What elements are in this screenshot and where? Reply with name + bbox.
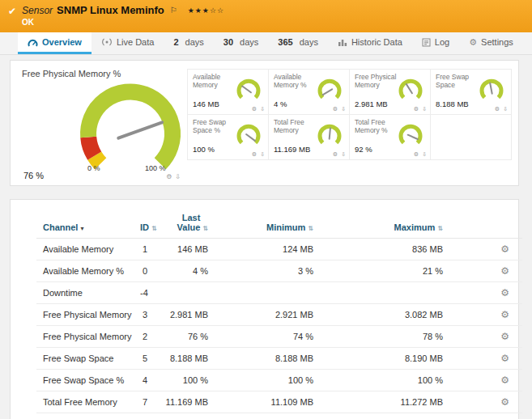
channel-maximum: 836 MB — [320, 239, 449, 260]
channel-maximum: 11.272 MB — [320, 391, 449, 413]
gauge-cell-total-free-memory: Total Free Memory 11.169 MB ⚙⇩ — [269, 115, 350, 160]
channel-minimum: 100 % — [215, 370, 320, 391]
tab-settings[interactable]: ⚙ Settings — [459, 32, 523, 54]
gauge-dial — [313, 120, 346, 149]
sort-arrows-icon: ⇅ — [202, 225, 208, 232]
gauge-dial — [394, 74, 427, 104]
gear-icon[interactable]: ⚙ — [495, 106, 500, 112]
channel-name[interactable]: Downtime — [36, 282, 134, 304]
tab-2-days[interactable]: 2days — [164, 32, 213, 54]
column-header-last-value[interactable]: Last Value⇅ — [154, 208, 215, 239]
channel-edit-gear-icon[interactable]: ⚙ — [500, 396, 509, 408]
channel-id: 5 — [134, 348, 154, 370]
object-kind-label: Sensor — [22, 5, 53, 16]
channel-name[interactable]: Total Free Memory % — [36, 413, 134, 419]
gear-icon[interactable]: ⚙ — [166, 173, 172, 180]
tab-label: Live Data — [117, 37, 154, 47]
channel-id: -4 — [134, 282, 154, 304]
column-header-minimum[interactable]: Minimum⇅ — [215, 208, 320, 239]
tab-365-days[interactable]: 365days — [268, 32, 328, 54]
sort-arrows-icon: ⇅ — [437, 225, 443, 232]
tab-30-days[interactable]: 30days — [214, 32, 269, 54]
arrow-down-icon[interactable]: ⇩ — [503, 106, 508, 112]
sensor-title-block: Sensor SNMP Linux Meminfo ⚐ ★★★☆☆ OK — [22, 4, 224, 27]
channel-last-value: 11.169 MB — [154, 391, 215, 413]
primary-gauge-value: 76 % — [23, 171, 44, 180]
channel-name[interactable]: Free Physical Memory — [36, 304, 134, 326]
tab-live-data[interactable]: Live Data — [92, 32, 164, 54]
channel-settings-cell: ⚙ — [449, 391, 522, 413]
gear-icon[interactable]: ⚙ — [333, 106, 338, 112]
gauge-dial — [394, 120, 427, 149]
tab-label: Historic Data — [351, 37, 402, 47]
channel-id: 7 — [134, 391, 154, 413]
channel-minimum: 92 % — [215, 413, 320, 419]
channel-edit-gear-icon[interactable]: ⚙ — [500, 375, 509, 386]
tab-log[interactable]: Log — [412, 32, 459, 54]
channel-settings-cell: ⚙ — [449, 326, 522, 348]
column-label: Channel — [43, 222, 78, 232]
column-header-id[interactable]: ID⇅ — [134, 208, 154, 239]
channel-name[interactable]: Total Free Memory — [36, 391, 134, 413]
channel-name[interactable]: Available Memory — [36, 239, 134, 260]
gauge-cell-empty — [431, 115, 512, 160]
channel-last-value: 146 MB — [154, 239, 215, 260]
priority-stars[interactable]: ★★★☆☆ — [188, 6, 224, 15]
gauge-icon — [28, 38, 38, 47]
table-row: Free Physical Memory32.981 MB2.921 MB3.0… — [36, 304, 522, 326]
gauge-cell-free-swap-space: Free Swap Space 8.188 MB ⚙⇩ — [431, 70, 512, 115]
channel-id: 3 — [134, 304, 154, 326]
tab-label: days — [240, 37, 258, 47]
table-row: Total Free Memory %692 %92 %93 %⚙ — [36, 413, 522, 419]
channel-settings-cell: ⚙ — [449, 304, 522, 326]
channel-minimum: 8.188 MB — [215, 348, 320, 370]
channel-id: 0 — [134, 260, 154, 282]
gear-icon[interactable]: ⚙ — [252, 151, 257, 158]
channel-edit-gear-icon[interactable]: ⚙ — [500, 331, 509, 342]
arrow-down-icon[interactable]: ⇩ — [260, 106, 265, 112]
column-header-channel[interactable]: Channel▾ — [36, 208, 134, 239]
arrow-down-icon[interactable]: ⇩ — [422, 106, 427, 112]
channel-edit-gear-icon[interactable]: ⚙ — [500, 243, 509, 255]
table-row: Total Free Memory711.169 MB11.109 MB11.2… — [36, 391, 522, 413]
arrow-down-icon[interactable]: ⇩ — [422, 151, 427, 158]
gauge-value: 92 % — [355, 145, 372, 154]
log-document-icon — [422, 38, 431, 47]
gear-icon[interactable]: ⚙ — [252, 106, 257, 112]
channel-edit-gear-icon[interactable]: ⚙ — [500, 353, 509, 364]
channel-name[interactable]: Free Swap Space % — [36, 370, 134, 391]
gauge-value: 100 % — [193, 145, 215, 154]
arrow-down-icon[interactable]: ⇩ — [341, 106, 346, 112]
gauges-panel: Free Physical Memory % 0 % 100 % 76 % ⚙ … — [10, 60, 519, 186]
column-label: Minimum — [266, 222, 305, 232]
column-label: Maximum — [394, 222, 436, 232]
favorite-flag-icon[interactable]: ⚐ — [170, 6, 177, 15]
column-header-maximum[interactable]: Maximum⇅ — [320, 208, 449, 239]
arrow-down-icon[interactable]: ⇩ — [260, 151, 265, 158]
gauge-value: 2.981 MB — [355, 99, 388, 108]
gear-icon[interactable]: ⚙ — [333, 151, 338, 158]
channel-last-value — [154, 282, 215, 304]
table-row: Available Memory1146 MB124 MB836 MB⚙ — [36, 239, 522, 260]
channel-name[interactable]: Free Physical Memory % — [36, 326, 134, 348]
gauge-dial — [313, 74, 346, 104]
ok-check-icon: ✔ — [8, 6, 16, 17]
channel-edit-gear-icon[interactable]: ⚙ — [500, 265, 509, 277]
channel-name[interactable]: Available Memory % — [36, 260, 134, 282]
gauge-cell-free-physical-memory: Free Physical Memory 2.981 MB ⚙⇩ — [350, 70, 431, 115]
gear-icon[interactable]: ⚙ — [414, 151, 419, 158]
tab-overview[interactable]: Overview — [18, 32, 92, 54]
channel-edit-gear-icon[interactable]: ⚙ — [500, 309, 509, 320]
gear-icon[interactable]: ⚙ — [414, 106, 419, 112]
channel-edit-gear-icon[interactable]: ⚙ — [500, 287, 509, 298]
arrow-down-icon[interactable]: ⇩ — [175, 173, 181, 180]
channel-last-value: 76 % — [154, 326, 215, 348]
arrow-down-icon[interactable]: ⇩ — [341, 151, 346, 158]
broadcast-icon — [101, 38, 113, 46]
table-row: Free Swap Space58.188 MB8.188 MB8.190 MB… — [36, 348, 522, 370]
channel-name[interactable]: Free Swap Space — [36, 348, 134, 370]
tab-historic-data[interactable]: Historic Data — [328, 32, 412, 54]
channel-table-body: Available Memory1146 MB124 MB836 MB⚙Avai… — [36, 239, 522, 419]
channel-settings-cell: ⚙ — [449, 348, 522, 370]
table-row: Free Physical Memory %276 %74 %78 %⚙ — [36, 326, 522, 348]
